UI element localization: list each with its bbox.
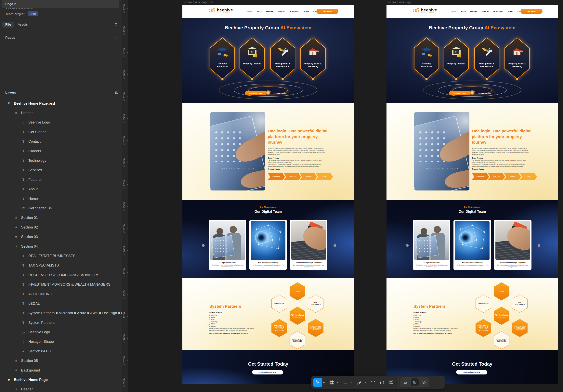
layer-row[interactable]: #T About xyxy=(0,185,122,194)
layer-row[interactable]: #T Careers xyxy=(0,146,122,156)
search-icon[interactable] xyxy=(114,22,119,27)
site-nav: HomeAboutFeaturesServicesTechnologyCaree… xyxy=(247,5,320,18)
layer-row[interactable]: #T Beehive Logo xyxy=(0,118,122,127)
sales-icon: FOR SALE xyxy=(511,46,524,58)
tablet-photo: 01011010 0101101101 xyxy=(210,112,265,190)
hero-hex-card: $ xyxy=(414,38,439,79)
nav-link: Home xyxy=(247,11,252,13)
hero-cta-secondary: See How It Works xyxy=(473,91,495,95)
ruler-mark: -12250 xyxy=(122,217,128,240)
ruler-mark: -14000 xyxy=(122,63,128,86)
layer-row[interactable]: #T Features xyxy=(0,175,122,184)
tab-assets[interactable]: Assets xyxy=(16,22,30,27)
code-mode-button[interactable] xyxy=(420,378,428,387)
layer-type-icon: #T xyxy=(7,102,11,105)
vertical-ruler[interactable]: -14750 -14500 -14250 -14000 xyxy=(122,0,128,392)
comment-tool-button[interactable] xyxy=(377,378,386,387)
layer-type-icon: #T xyxy=(21,121,26,124)
ruler-tick xyxy=(127,118,128,119)
layer-row[interactable]: #T Section 04 BG xyxy=(0,346,122,356)
layer-row[interactable]: #T Header xyxy=(0,385,122,392)
ruler-value: -14750 xyxy=(123,4,126,13)
layer-row[interactable]: #T LEGAL xyxy=(0,299,122,308)
layer-row[interactable]: #T TAX SPECIALISTS xyxy=(0,261,122,270)
layer-row[interactable]: #T Get Started xyxy=(0,127,122,137)
ruler-mark: -11000 xyxy=(122,327,128,349)
measure-mode-button[interactable] xyxy=(410,378,419,387)
team-card: Real-Time Data Reporting On demand repor… xyxy=(453,220,491,270)
add-page-icon[interactable] xyxy=(114,36,119,40)
nav-link: Services xyxy=(481,11,489,13)
hero-hex-card: $ xyxy=(474,38,499,79)
layer-row[interactable]: #T Get Started BG xyxy=(0,203,122,213)
cta-heading: Get Started Today xyxy=(182,361,354,367)
layer-row[interactable]: #T Technology xyxy=(0,156,122,165)
text-tool-button[interactable] xyxy=(368,378,377,387)
partners-section: System Partners System Partners Microsof… xyxy=(386,278,558,350)
pen-tool-dropdown[interactable] xyxy=(364,378,367,387)
tab-file[interactable]: File xyxy=(2,22,14,27)
actions-tool-button[interactable] xyxy=(386,378,396,387)
layer-row[interactable]: #T ACCOUNTING xyxy=(0,289,122,299)
artboard-home-page[interactable]: Beehive Home Page beehive PROPERTY GROUP… xyxy=(386,5,558,384)
shape-tool-dropdown[interactable] xyxy=(350,378,353,387)
shape-tool-button[interactable] xyxy=(341,378,350,387)
client-journey-text: The Beehive digital ecosystem connects p… xyxy=(472,160,529,167)
layer-row[interactable]: #T Section 03 xyxy=(0,232,122,241)
artboard-label[interactable]: Beehive Home Page xyxy=(387,0,412,4)
layer-row[interactable]: #T REAL ESTATE BUSINESSES xyxy=(0,251,122,261)
layer-row[interactable]: #T Header xyxy=(0,108,122,118)
layer-row[interactable]: #T Beehive Logo xyxy=(0,327,122,337)
layer-row[interactable]: #T Home xyxy=(0,194,122,203)
journey-stage: EXIT xyxy=(316,173,333,180)
layer-row[interactable]: #T System Partners ■ Microsoft ■ Azure ■… xyxy=(0,308,122,318)
team-card-photo xyxy=(455,221,489,260)
layer-type-icon: #T xyxy=(21,264,26,267)
hexagon-label: TAX SPECIALISTS xyxy=(309,302,322,305)
ruler-value: -14250 xyxy=(123,48,126,57)
layer-row[interactable]: #T REGULATORY & COMPLIANCE ADVISORS xyxy=(0,270,122,280)
team-section: Our AI Assistants Our Digital Team xyxy=(386,200,558,278)
page-row[interactable]: Page 2 xyxy=(1,0,119,8)
move-tool-dropdown[interactable] xyxy=(322,378,325,387)
layer-row[interactable]: #T Background xyxy=(0,366,122,375)
layer-name: Home xyxy=(28,197,38,201)
layer-row[interactable]: #T Beehive Home Page.psd xyxy=(0,99,122,108)
ruler-mark: -11500 xyxy=(122,283,128,305)
layer-row[interactable]: #T Section 04 xyxy=(0,242,122,251)
layer-type-icon: #T xyxy=(21,188,26,191)
artboard-psd[interactable]: Beehive Home Page.psd beehive PROPERTY G… xyxy=(182,5,354,384)
layer-type-icon: #T xyxy=(21,349,26,353)
layer-row[interactable]: #T Services xyxy=(0,165,122,175)
draw-mode-button[interactable] xyxy=(401,378,410,387)
layer-type-icon: #T xyxy=(14,368,19,372)
layer-row[interactable]: #T Section 05 xyxy=(0,356,122,366)
partner-hexagon: REAL ESTATE BUSINESSES REAL ESTATE BUSIN… xyxy=(290,331,305,349)
nav-link: Features xyxy=(470,11,477,13)
collapse-layers-icon[interactable] xyxy=(114,90,119,95)
brand-name: beehive xyxy=(217,8,233,12)
layer-row[interactable]: #T Hexagon Shape xyxy=(0,337,122,346)
layer-row[interactable]: #T INVESTMENT ADVISORS & WEALTH MANAGERS xyxy=(0,280,122,289)
frame-tool-dropdown[interactable] xyxy=(336,378,339,387)
artboard-label[interactable]: Beehive Home Page.psd xyxy=(183,0,213,4)
layer-row[interactable]: #T Section 02 xyxy=(0,223,122,232)
layer-name: LEGAL xyxy=(28,302,40,306)
pen-tool-button[interactable] xyxy=(355,378,364,387)
ruler-value: -12000 xyxy=(123,246,126,255)
canvas[interactable]: Beehive Home Page.psd beehive PROPERTY G… xyxy=(128,0,563,392)
team-card-title: Real-Time Data Reporting xyxy=(251,262,285,264)
layer-row[interactable]: #T Beehive Home Page xyxy=(0,375,122,384)
move-tool-button[interactable] xyxy=(313,378,322,387)
journey-stage: EXIT xyxy=(520,173,537,180)
team-card-body: Our AI team works on all repetitive task… xyxy=(415,264,448,268)
team-card-row: AI Digital Assistants Our AI team works … xyxy=(386,200,558,278)
layer-row[interactable]: #T System Partners xyxy=(0,318,122,327)
frame-tool-button[interactable] xyxy=(327,378,336,387)
client-journey-label: Client Journey xyxy=(472,157,532,159)
layer-row[interactable]: #T Section 01 xyxy=(0,213,122,223)
layers-list: #T Beehive Home Page.psd #T Header # xyxy=(0,99,122,392)
layer-row[interactable]: #T Contact xyxy=(0,137,122,146)
hero-hex-card: $ xyxy=(444,38,469,79)
ruler-mark: -12500 xyxy=(122,195,128,217)
